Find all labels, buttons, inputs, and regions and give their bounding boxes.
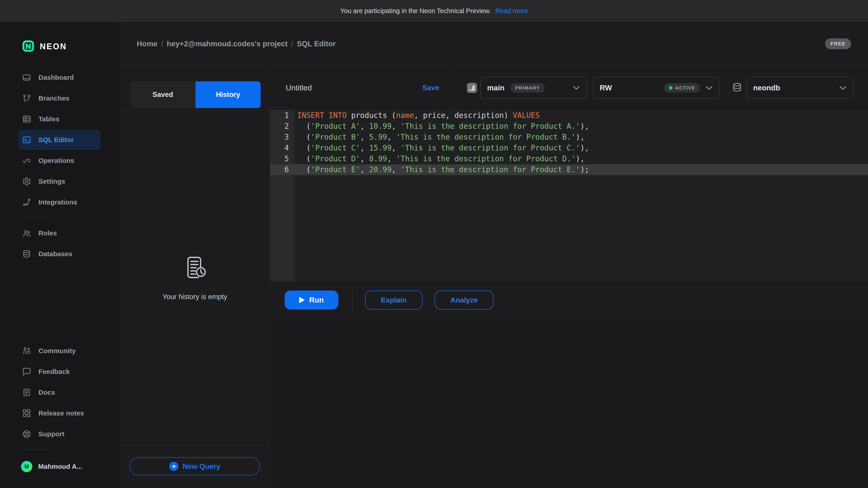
code-line[interactable]: 6 ('Product E', 20.99, 'This is the desc… xyxy=(270,164,868,175)
sidebar-item-feedback[interactable]: Feedback xyxy=(18,362,100,382)
plan-badge[interactable]: FREE xyxy=(825,38,851,49)
user-menu[interactable]: M Mahmoud A... xyxy=(0,461,120,472)
sidebar: NEON Dashboard Branches Tables SQL Edi xyxy=(0,22,120,488)
database-select-value: neondb xyxy=(753,84,780,92)
breadcrumb-home[interactable]: Home xyxy=(137,39,158,48)
sidebar-item-docs[interactable]: Docs xyxy=(18,383,100,402)
editor-actions: Run Explain Analyze xyxy=(270,282,868,319)
sidebar-item-release-notes[interactable]: Release notes xyxy=(18,403,100,423)
code-line-text: ('Product A', 10.99, 'This is the descri… xyxy=(294,121,589,132)
line-number: 5 xyxy=(270,153,294,164)
sidebar-footer: Community Feedback Docs Release notes Su… xyxy=(0,340,120,472)
query-title[interactable]: Untitled xyxy=(286,84,312,92)
chevron-down-icon xyxy=(706,86,713,90)
code-line[interactable]: 1INSERT INTO products (name, price, desc… xyxy=(270,110,868,121)
code-lines: 1INSERT INTO products (name, price, desc… xyxy=(270,110,868,175)
integrations-icon xyxy=(22,198,31,207)
branch-icon xyxy=(22,94,31,103)
code-line[interactable]: 4 ('Product C', 15.99, 'This is the desc… xyxy=(270,142,868,153)
sidebar-item-label: Roles xyxy=(38,229,57,237)
sidebar-item-label: Tables xyxy=(38,115,59,123)
sidebar-item-label: Integrations xyxy=(38,198,77,206)
line-number: 3 xyxy=(270,132,294,142)
code-line-text: ('Product E', 20.99, 'This is the descri… xyxy=(294,164,589,175)
endpoint-select-value: RW xyxy=(600,84,612,92)
active-badge-label: ACTIVE xyxy=(675,85,695,91)
queries-panel-footer: + New Query xyxy=(120,445,270,488)
play-icon xyxy=(299,297,305,303)
sidebar-item-dashboard[interactable]: Dashboard xyxy=(18,68,100,88)
code-line-text: ('Product D', 8.99, 'This is the descrip… xyxy=(294,153,585,164)
database-select[interactable]: neondb xyxy=(746,77,853,99)
history-empty-state: Your history is empty xyxy=(120,110,270,445)
primary-badge: PRIMARY xyxy=(510,83,545,93)
sidebar-item-community[interactable]: Community xyxy=(18,341,100,361)
sidebar-item-integrations[interactable]: Integrations xyxy=(18,192,100,212)
history-empty-text: Your history is empty xyxy=(162,293,227,301)
avatar: M xyxy=(21,461,32,472)
run-button[interactable]: Run xyxy=(285,291,338,310)
sidebar-item-support[interactable]: Support xyxy=(18,424,100,444)
editor-header: Untitled Save main PRIMARY RW xyxy=(270,66,868,110)
sidebar-item-sql-editor[interactable]: SQL Editor xyxy=(18,130,100,150)
sidebar-item-label: Support xyxy=(38,430,64,438)
active-status-dot xyxy=(669,86,673,90)
sidebar-item-label: Docs xyxy=(38,389,55,396)
code-line[interactable]: 2 ('Product A', 10.99, 'This is the desc… xyxy=(270,121,868,132)
sidebar-item-label: Databases xyxy=(38,250,72,258)
analyze-button[interactable]: Analyze xyxy=(435,291,493,310)
main-area: Home / hey+2@mahmoud.codes's project / S… xyxy=(120,22,868,488)
speech-bubble-icon xyxy=(22,367,31,376)
sidebar-item-label: SQL Editor xyxy=(38,136,74,144)
sidebar-item-label: Operations xyxy=(38,157,74,164)
sidebar-item-databases[interactable]: Databases xyxy=(18,244,100,264)
breadcrumb-separator: / xyxy=(291,39,293,48)
save-button[interactable]: Save xyxy=(422,84,439,92)
queries-panel: Saved History xyxy=(120,66,270,488)
code-editor[interactable]: 1INSERT INTO products (name, price, desc… xyxy=(270,110,868,282)
user-name: Mahmoud A... xyxy=(38,463,83,470)
new-query-button[interactable]: + New Query xyxy=(129,457,260,475)
line-number: 1 xyxy=(270,110,294,121)
dashboard-icon xyxy=(22,73,31,82)
neon-console: You are participating in the Neon Techni… xyxy=(0,0,868,488)
sidebar-item-label: Branches xyxy=(38,94,69,102)
chevron-down-icon xyxy=(839,86,846,90)
sidebar-item-label: Dashboard xyxy=(38,74,74,81)
chevron-down-icon xyxy=(573,86,580,90)
explain-button[interactable]: Explain xyxy=(365,291,423,310)
branch-diagram-icon[interactable] xyxy=(467,83,477,93)
breadcrumb-project[interactable]: hey+2@mahmoud.codes's project xyxy=(167,39,287,48)
code-line[interactable]: 5 ('Product D', 8.99, 'This is the descr… xyxy=(270,153,868,164)
code-line-text: ('Product C', 15.99, 'This is the descri… xyxy=(294,142,589,153)
database-cylinder-icon xyxy=(732,82,742,94)
neon-logo-icon xyxy=(22,40,34,53)
neon-logo[interactable]: NEON xyxy=(0,39,120,55)
lifebuoy-icon xyxy=(22,429,31,438)
check-list-icon xyxy=(22,156,31,165)
compute-endpoint-select[interactable]: RW ACTIVE xyxy=(593,77,719,99)
queries-panel-header: Saved History xyxy=(120,66,270,110)
run-label: Run xyxy=(309,296,324,304)
read-more-link[interactable]: Read more xyxy=(495,7,528,15)
banner-text: You are participating in the Neon Techni… xyxy=(340,7,491,15)
sidebar-item-roles[interactable]: Roles xyxy=(18,223,100,243)
code-line[interactable]: 3 ('Product B', 5.99, 'This is the descr… xyxy=(270,132,868,142)
tab-saved[interactable]: Saved xyxy=(130,81,195,108)
community-icon xyxy=(22,346,31,355)
sidebar-item-label: Feedback xyxy=(38,368,70,376)
breadcrumb-separator: / xyxy=(161,39,163,48)
users-icon xyxy=(22,229,31,238)
tab-history[interactable]: History xyxy=(195,81,261,108)
breadcrumb: Home / hey+2@mahmoud.codes's project / S… xyxy=(137,39,336,48)
sidebar-item-settings[interactable]: Settings xyxy=(18,171,100,191)
sidebar-item-operations[interactable]: Operations xyxy=(18,151,100,170)
sidebar-item-label: Release notes xyxy=(38,410,84,417)
release-notes-icon xyxy=(22,409,31,418)
branch-select[interactable]: main PRIMARY xyxy=(480,77,587,99)
code-line-text: INSERT INTO products (name, price, descr… xyxy=(294,110,540,121)
sidebar-item-tables[interactable]: Tables xyxy=(18,109,100,129)
active-badge: ACTIVE xyxy=(664,83,700,93)
sidebar-item-branches[interactable]: Branches xyxy=(18,88,100,108)
history-empty-icon xyxy=(181,254,209,283)
